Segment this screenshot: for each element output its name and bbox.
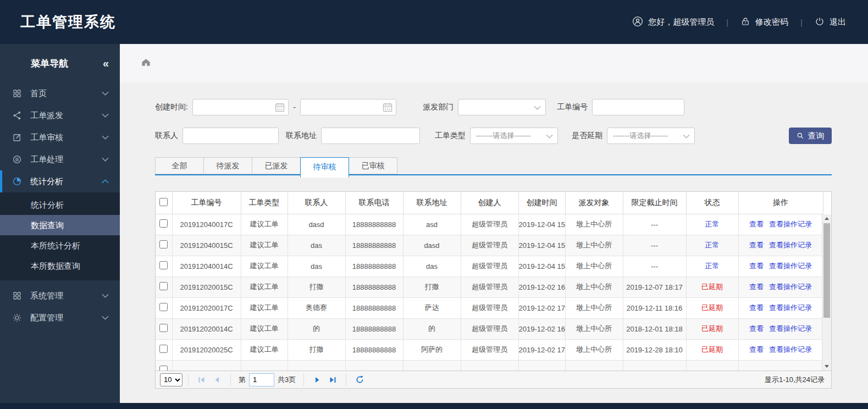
view-log-link[interactable]: 查看操作记录 [769, 324, 812, 333]
view-link[interactable]: 查看 [749, 283, 764, 291]
chevron-down-icon [102, 91, 109, 96]
row-checkbox[interactable] [159, 345, 168, 353]
col-creator: 创建人 [461, 192, 518, 214]
edit-icon [12, 132, 22, 142]
chevron-down-icon [546, 134, 553, 139]
row-checkbox[interactable] [159, 303, 168, 311]
order-no-input[interactable] [592, 99, 684, 115]
sidebar-header: 菜单导航 « [0, 44, 120, 82]
page-size-select[interactable]: 10 [160, 373, 183, 386]
status-badge: 正常 [686, 256, 738, 277]
lock-icon [740, 16, 750, 28]
order-type-select[interactable]: -------请选择------- [470, 128, 558, 144]
calendar-icon[interactable] [382, 102, 393, 115]
last-page-button[interactable] [326, 373, 339, 386]
col-deadline: 限定截止时间 [623, 192, 686, 214]
work-order-table-panel: 工单编号 工单类型 联系人 联系电话 联系地址 创建人 创建时间 派发对象 限定… [155, 191, 832, 389]
tab-to-dispatch[interactable]: 待派发 [203, 157, 252, 174]
row-checkbox[interactable] [159, 282, 168, 290]
scroll-down-arrow[interactable] [822, 362, 831, 371]
row-checkbox[interactable] [159, 324, 168, 332]
sidebar-item-system[interactable]: 系统管理 [0, 285, 120, 307]
contact-addr-input[interactable] [321, 128, 420, 144]
change-password-link[interactable]: 修改密码 [740, 16, 788, 28]
next-page-button[interactable] [311, 373, 324, 386]
chevron-down-icon [102, 316, 109, 320]
sidebar-item-review[interactable]: 工单审核 [0, 126, 120, 148]
footer-bar [0, 403, 868, 409]
row-checkbox[interactable] [159, 261, 168, 269]
query-button[interactable]: 查询 [789, 128, 832, 144]
view-log-link[interactable]: 查看操作记录 [769, 283, 812, 291]
row-checkbox[interactable] [159, 219, 168, 228]
share-icon [12, 110, 22, 120]
refresh-button[interactable] [353, 373, 366, 386]
view-link[interactable]: 查看 [749, 220, 764, 228]
breadcrumb [120, 44, 868, 82]
view-log-link[interactable]: 查看操作记录 [769, 241, 812, 249]
view-link[interactable]: 查看 [749, 303, 764, 312]
page-number-input[interactable] [249, 373, 274, 386]
pager-divider [188, 374, 189, 386]
status-badge: 正常 [686, 235, 738, 256]
row-checkbox[interactable] [159, 240, 168, 248]
col-order-type: 工单类型 [241, 192, 288, 214]
tab-to-review[interactable]: 待审核 [300, 157, 349, 178]
delayed-label: 是否延期 [572, 131, 602, 141]
tab-dispatched[interactable]: 已派发 [252, 157, 301, 174]
search-icon [797, 132, 804, 140]
order-no-label: 工单编号 [557, 102, 588, 112]
view-link[interactable]: 查看 [749, 241, 764, 249]
date-separator: - [293, 102, 296, 112]
select-all-checkbox[interactable] [159, 198, 168, 206]
sidebar-item-home[interactable]: 首页 [0, 82, 120, 104]
table-row: 201912040017C 建议工单 dasd 18888888888 asd … [156, 214, 823, 235]
change-password-label: 修改密码 [755, 17, 788, 27]
sidebar-subitem-branch-stats[interactable]: 本所统计分析 [0, 235, 120, 256]
table-scrollbar[interactable] [822, 214, 831, 371]
view-log-link[interactable]: 查看操作记录 [769, 262, 812, 270]
view-link[interactable]: 查看 [749, 345, 764, 353]
tab-reviewed[interactable]: 已审核 [349, 157, 397, 174]
sidebar-title: 菜单导航 [31, 57, 68, 70]
contact-input[interactable] [183, 128, 279, 144]
sidebar-item-process[interactable]: 工单处理 [0, 148, 120, 170]
sidebar-item-stats[interactable]: 统计分析 [0, 170, 120, 192]
table-row: 201912020014C 建议工单 的 18888888888 的 超级管理员… [156, 318, 823, 339]
pager-divider [303, 374, 304, 386]
dispatch-dept-select[interactable] [458, 99, 546, 115]
user-greeting[interactable]: 您好，超级管理员 [632, 16, 714, 29]
sidebar-subitem-stats-analysis[interactable]: 统计分析 [0, 195, 120, 215]
pie-chart-icon [12, 176, 22, 186]
order-type-select-value: -------请选择------- [476, 131, 531, 141]
tab-all[interactable]: 全部 [155, 157, 204, 174]
app-title: 工单管理系统 [20, 12, 116, 32]
pager-divider [346, 374, 346, 386]
view-log-link[interactable]: 查看操作记录 [769, 220, 812, 228]
delayed-select[interactable]: -------请选择------- [607, 128, 695, 144]
view-link[interactable]: 查看 [749, 324, 764, 333]
logout-link[interactable]: 退出 [815, 16, 846, 28]
dispatch-dept-label: 派发部门 [423, 102, 454, 112]
sidebar-subitem-data-query[interactable]: 数据查询 [0, 215, 120, 235]
sidebar: 菜单导航 « 首页 工单派发 工单审核 工单处理 [0, 44, 120, 403]
scroll-up-arrow[interactable] [822, 214, 831, 223]
sidebar-subitem-branch-query[interactable]: 本所数据查询 [0, 256, 120, 276]
sidebar-item-config[interactable]: 配置管理 [0, 307, 120, 329]
view-link[interactable]: 查看 [749, 262, 764, 270]
table-row: 201912020017C 建议工单 奥德赛 18888888888 萨达 超级… [156, 297, 823, 318]
col-address: 联系地址 [403, 192, 461, 214]
prev-page-button[interactable] [211, 373, 224, 386]
view-log-link[interactable]: 查看操作记录 [769, 303, 812, 312]
col-created-at: 创建时间 [518, 192, 565, 214]
collapse-sidebar-button[interactable]: « [103, 57, 108, 70]
page: 工单管理系统 您好，超级管理员 | 修改密码 | 退出 菜单导航 « [0, 0, 868, 409]
row-checkbox[interactable] [159, 366, 168, 371]
home-icon[interactable] [141, 57, 151, 70]
view-log-link[interactable]: 查看操作记录 [769, 345, 812, 353]
sidebar-item-dispatch[interactable]: 工单派发 [0, 104, 120, 126]
scrollbar-thumb[interactable] [823, 223, 830, 318]
col-dispatch-to: 派发对象 [565, 192, 623, 214]
first-page-button[interactable] [195, 373, 208, 386]
calendar-icon[interactable] [274, 102, 285, 115]
